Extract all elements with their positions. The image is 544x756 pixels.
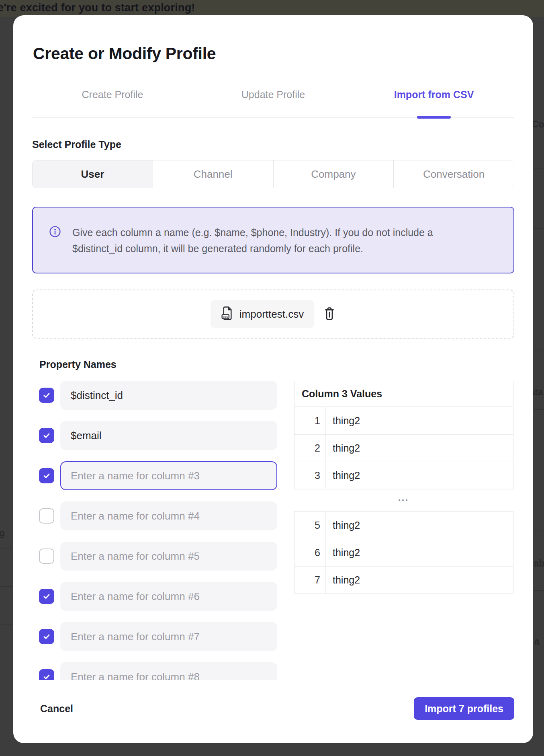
trash-icon: [323, 307, 336, 322]
column-7-name-input[interactable]: [60, 622, 277, 651]
row-number: 6: [294, 539, 326, 566]
check-icon: [42, 471, 51, 480]
check-icon: [42, 592, 51, 601]
column-7-checkbox[interactable]: [39, 629, 54, 644]
background-row-line: [534, 590, 544, 591]
segment-company[interactable]: Company: [273, 160, 394, 188]
column-1-name-input[interactable]: [60, 381, 277, 410]
preview-table-top: Column 3 Values 1 thing2 2 thing2 3 thin…: [294, 381, 513, 489]
property-row: [32, 542, 277, 571]
segment-user[interactable]: User: [33, 160, 153, 188]
rows-ellipsis: •••: [294, 489, 513, 511]
background-row-line: [0, 662, 13, 662]
tab-import-from-csv[interactable]: Import from CSV: [354, 89, 514, 117]
column-1-checkbox[interactable]: [39, 388, 54, 403]
background-row-line: [0, 511, 13, 511]
info-callout: Give each column a name (e.g. $name, $ph…: [32, 207, 514, 273]
column-5-checkbox[interactable]: [39, 549, 54, 564]
column-8-checkbox[interactable]: [39, 669, 54, 680]
background-row-line: [534, 470, 544, 470]
svg-text:csv: csv: [223, 315, 228, 319]
info-icon: [49, 226, 61, 239]
row-value: thing2: [326, 539, 513, 566]
row-value: thing2: [326, 567, 513, 594]
row-number: 3: [294, 462, 326, 489]
segment-channel[interactable]: Channel: [153, 160, 273, 188]
import-profiles-button[interactable]: Import 7 profiles: [414, 697, 514, 720]
column-4-checkbox[interactable]: [39, 508, 54, 524]
column-6-checkbox[interactable]: [39, 589, 54, 604]
tab-update-profile[interactable]: Update Profile: [193, 89, 354, 117]
remove-file-button[interactable]: [323, 307, 336, 322]
check-icon: [42, 431, 51, 440]
background-row-line: [534, 289, 544, 289]
info-text: Give each column a name (e.g. $name, $ph…: [72, 224, 470, 257]
background-banner-text: e're excited for you to start exploring!: [0, 2, 195, 14]
row-number: 7: [294, 567, 326, 594]
background-row-line: [534, 349, 544, 349]
preview-table-bottom: 5 thing2 6 thing2 7 thing2: [294, 511, 513, 594]
background-row-line: [0, 586, 13, 587]
property-row: [32, 381, 277, 410]
tab-label: Create Profile: [82, 89, 143, 100]
csv-file-icon: csv: [221, 306, 234, 322]
select-profile-type-label: Select Profile Type: [32, 139, 514, 150]
preview-table-header: Column 3 Values: [294, 381, 513, 407]
profile-type-segmented-control: User Channel Company Conversation: [32, 160, 514, 188]
column-2-checkbox[interactable]: [39, 428, 54, 443]
table-row: 5 thing2: [294, 512, 513, 539]
table-row: 7 thing2: [294, 566, 513, 594]
property-row: [32, 582, 277, 611]
tab-bar: Create Profile Update Profile Import fro…: [32, 89, 514, 118]
row-value: thing2: [326, 407, 513, 434]
modal-footer: Cancel Import 7 profiles: [40, 697, 514, 720]
table-row: 1 thing2: [294, 407, 513, 434]
uploaded-file-pill: csv importtest.csv: [211, 300, 314, 328]
row-number: 5: [294, 512, 326, 539]
row-value: thing2: [326, 462, 513, 489]
column-3-checkbox[interactable]: [39, 468, 54, 483]
cancel-button[interactable]: Cancel: [40, 703, 73, 715]
page-title: Create or Modify Profile: [33, 44, 514, 63]
table-row: 3 thing2: [294, 462, 513, 489]
property-row: [32, 421, 277, 450]
row-number: 2: [294, 435, 326, 462]
property-row: [32, 662, 277, 680]
create-or-modify-profile-modal: Create or Modify Profile Create Profile …: [13, 15, 533, 743]
property-names-label: Property Names: [39, 359, 514, 370]
background-row-line: [534, 228, 544, 229]
column-2-name-input[interactable]: [60, 421, 277, 450]
table-row: 6 thing2: [294, 539, 513, 566]
tab-label: Import from CSV: [394, 89, 474, 100]
column-6-name-input[interactable]: [60, 582, 277, 611]
background-row-line: [534, 530, 544, 530]
column-8-name-input[interactable]: [60, 662, 277, 680]
property-row: [32, 501, 277, 530]
check-icon: [42, 672, 51, 680]
background-row-line: [534, 409, 544, 410]
uploaded-file-name: importtest.csv: [239, 308, 304, 320]
background-banner: e're excited for you to start exploring!: [0, 0, 544, 17]
column-values-preview: Column 3 Values 1 thing2 2 thing2 3 thin…: [294, 381, 513, 680]
tab-create-profile[interactable]: Create Profile: [32, 89, 193, 117]
row-value: thing2: [326, 512, 513, 539]
property-row: [32, 622, 277, 651]
background-row-line: [0, 549, 13, 549]
column-4-name-input[interactable]: [60, 501, 277, 530]
tab-label: Update Profile: [241, 89, 305, 100]
background-row-line: [0, 624, 13, 625]
table-row: 2 thing2: [294, 434, 513, 462]
csv-dropzone[interactable]: csv importtest.csv: [32, 290, 514, 339]
segment-conversation[interactable]: Conversation: [393, 160, 514, 188]
column-3-name-input[interactable]: [60, 461, 277, 490]
active-tab-indicator: [417, 116, 451, 119]
background-text-fragment: a: [534, 636, 540, 647]
check-icon: [42, 632, 51, 641]
property-rows-list: [32, 381, 277, 680]
row-value: thing2: [326, 435, 513, 462]
background-row-line: [534, 168, 544, 168]
check-icon: [42, 391, 51, 400]
column-5-name-input[interactable]: [60, 542, 277, 571]
properties-area: Column 3 Values 1 thing2 2 thing2 3 thin…: [32, 381, 514, 680]
background-text-fragment: g: [0, 528, 5, 538]
